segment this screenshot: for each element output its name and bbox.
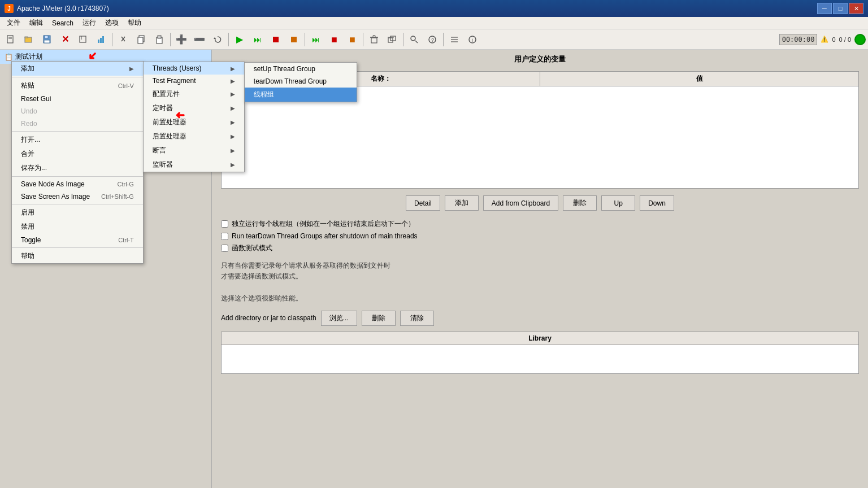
add-button[interactable]: 添加 — [445, 195, 479, 211]
submenu-timer-label: 定时器 — [153, 103, 173, 113]
submenu-timer[interactable]: 定时器 ▶ — [144, 101, 244, 115]
svg-rect-20 — [371, 38, 377, 43]
submenu-assert[interactable]: 断言 ▶ — [144, 143, 244, 158]
ctx-resetgui[interactable]: Reset Gui — [12, 93, 143, 105]
desc-line-2: 才需要选择函数测试模式。 — [221, 271, 859, 282]
menu-search[interactable]: Search — [47, 18, 78, 28]
toolbar-cut[interactable] — [115, 32, 132, 47]
col-value: 值 — [540, 72, 858, 86]
svg-line-29 — [415, 41, 418, 43]
ctx-enable-label: 启用 — [21, 208, 34, 217]
add-from-clipboard-button[interactable]: Add from Clipboard — [483, 195, 558, 211]
toolbar-clear-all[interactable] — [384, 32, 401, 47]
toolbar-clear[interactable] — [366, 32, 383, 47]
svg-rect-8 — [80, 36, 86, 42]
ctx-sep-2 — [12, 131, 143, 132]
toolbar-info[interactable]: i — [464, 32, 481, 47]
toolbar-save[interactable] — [38, 32, 55, 47]
submenu-pre-label: 前置处理器 — [153, 117, 186, 127]
browse-button[interactable]: 浏览... — [321, 311, 357, 326]
delete-button[interactable]: 删除 — [563, 195, 597, 211]
ctx-enable[interactable]: 启用 — [12, 206, 143, 220]
timer-display: 00:00:00 — [779, 34, 818, 45]
menu-run[interactable]: 运行 — [78, 17, 101, 29]
toolbar: ✕ ➕ ➖ ▶ ⏭ ⏹ ⏹ ⏭ ⏹ ⏹ ? i — [0, 29, 868, 50]
submenu-post[interactable]: 后置处理器 ▶ — [144, 129, 244, 143]
ctx-sep-4 — [12, 204, 143, 204]
toolbar-remote-start[interactable]: ⏭ — [307, 32, 324, 47]
ctx-paste-label: 粘贴 — [21, 81, 34, 90]
ctx-saveas[interactable]: 保存为... — [12, 161, 143, 175]
toolbar-list[interactable] — [446, 32, 463, 47]
up-button[interactable]: Up — [601, 195, 635, 211]
svg-rect-4 — [25, 37, 28, 38]
menu-edit[interactable]: 编辑 — [25, 17, 47, 29]
toolbar-start-no-pause[interactable]: ⏭ — [249, 32, 266, 47]
submenu-threads[interactable]: Threads (Users) ▶ setUp Thread Group tea… — [144, 62, 244, 75]
toolbar-expand[interactable]: ➕ — [173, 32, 190, 47]
error-count: 0 / 0 — [839, 36, 851, 43]
submenu-teardown[interactable]: tearDown Thread Group — [245, 75, 357, 88]
toolbar-save2[interactable] — [75, 32, 92, 47]
library-table: Library — [221, 332, 859, 374]
svg-text:i: i — [472, 37, 473, 43]
checkbox-functional[interactable] — [221, 245, 228, 252]
classpath-delete-button[interactable]: 删除 — [362, 311, 396, 326]
ctx-paste[interactable]: 粘贴 Ctrl-V — [12, 79, 143, 93]
ctx-save-node[interactable]: Save Node As Image Ctrl-G — [12, 178, 143, 190]
library-header: Library — [222, 332, 858, 345]
ctx-toggle[interactable]: Toggle Ctrl-T — [12, 234, 143, 246]
minimize-button[interactable]: ─ — [817, 3, 832, 14]
menu-bar: 文件 编辑 Search 运行 选项 帮助 — [0, 17, 868, 29]
toolbar-report[interactable] — [93, 32, 110, 47]
toolbar-paste[interactable] — [151, 32, 168, 47]
submenu-listener[interactable]: 监听器 ▶ — [144, 158, 244, 172]
toolbar-open[interactable] — [20, 32, 37, 47]
detail-button[interactable]: Detail — [406, 195, 440, 211]
svg-rect-6 — [45, 36, 48, 38]
ctx-merge[interactable]: 合并 — [12, 147, 143, 161]
toolbar-collapse[interactable]: ➖ — [191, 32, 208, 47]
ctx-disable[interactable]: 禁用 — [12, 220, 143, 234]
submenu-threadgroup[interactable]: 线程组 — [245, 88, 357, 102]
ctx-save-screen[interactable]: Save Screen As Image Ctrl+Shift-G — [12, 190, 143, 203]
submenu-testfragment[interactable]: Test Fragment ▶ — [144, 75, 244, 87]
close-button[interactable]: ✕ — [849, 3, 863, 14]
submenu-post-label: 后置处理器 — [153, 132, 186, 141]
ctx-open[interactable]: 打开... — [12, 133, 143, 147]
toolbar-copy[interactable] — [133, 32, 150, 47]
submenu-pre[interactable]: 前置处理器 ▶ — [144, 115, 244, 129]
toolbar-new[interactable] — [2, 32, 19, 47]
ctx-sep-5 — [12, 247, 143, 248]
menu-help[interactable]: 帮助 — [123, 17, 146, 29]
svg-rect-16 — [138, 37, 143, 43]
maximize-button[interactable]: □ — [833, 3, 848, 14]
toolbar-stop[interactable]: ⏹ — [267, 32, 284, 47]
submenu-config[interactable]: 配置元件 ▶ — [144, 87, 244, 101]
status-indicator — [854, 34, 866, 45]
toolbar-remote-shutdown[interactable]: ⏹ — [344, 32, 361, 47]
checkbox-independent-run[interactable] — [221, 220, 228, 228]
checkbox-teardown[interactable] — [221, 233, 228, 240]
ctx-redo: Redo — [12, 117, 143, 130]
ctx-savescreen-shortcut: Ctrl+Shift-G — [101, 193, 134, 200]
classpath-clear-button[interactable]: 清除 — [400, 311, 434, 326]
title-bar: J Apache JMeter (3.0 r1743807) ─ □ ✕ — [0, 0, 868, 17]
toolbar-remote-stop[interactable]: ⏹ — [326, 32, 342, 47]
submenu-config-arrow: ▶ — [231, 91, 235, 97]
toolbar-shutdown[interactable]: ⏹ — [285, 32, 302, 47]
menu-options[interactable]: 选项 — [101, 17, 123, 29]
toolbar-help[interactable]: ? — [424, 32, 441, 47]
ctx-add[interactable]: 添加 ▶ Threads (Users) ▶ setUp Thread Grou… — [12, 62, 143, 76]
toolbar-search[interactable] — [406, 32, 423, 47]
toolbar-reset[interactable] — [209, 32, 226, 47]
down-button[interactable]: Down — [640, 195, 674, 211]
context-menu: 添加 ▶ Threads (Users) ▶ setUp Thread Grou… — [11, 61, 144, 264]
toolbar-play[interactable]: ▶ — [231, 32, 248, 47]
svg-text:?: ? — [431, 37, 434, 43]
menu-file[interactable]: 文件 — [2, 17, 25, 29]
ctx-help[interactable]: 帮助 — [12, 249, 143, 263]
submenu-setup[interactable]: setUp Thread Group — [245, 63, 357, 75]
ctx-saveas-label: 保存为... — [21, 163, 47, 173]
toolbar-close[interactable]: ✕ — [57, 32, 73, 47]
